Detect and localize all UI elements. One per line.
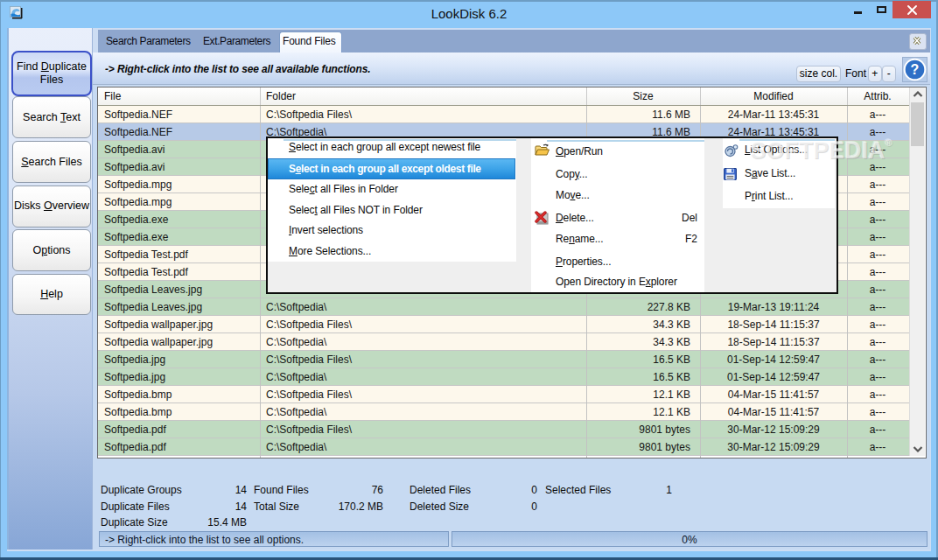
svg-text:?: ? <box>911 62 920 77</box>
